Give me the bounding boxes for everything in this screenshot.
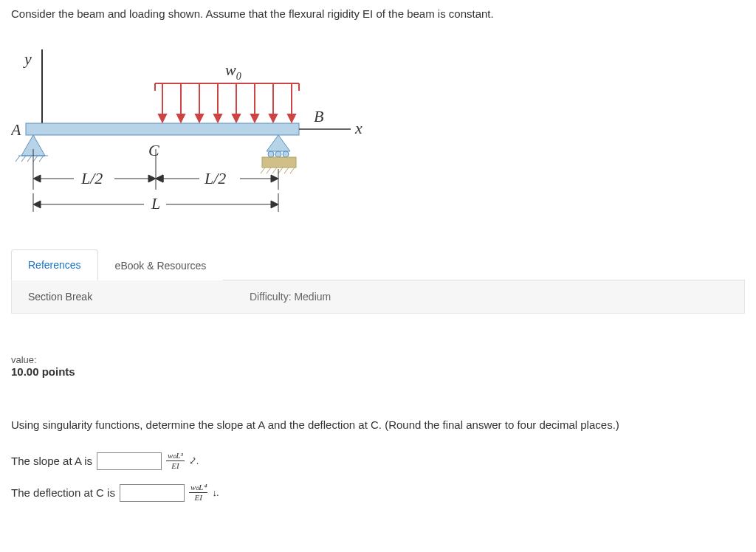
point-B-label: B <box>314 107 323 125</box>
svg-marker-29 <box>267 135 290 151</box>
svg-line-38 <box>284 168 289 173</box>
svg-marker-9 <box>177 114 185 122</box>
problem-statement: Consider the beam and loading shown. Ass… <box>11 7 745 20</box>
svg-rect-33 <box>262 157 296 168</box>
svg-line-36 <box>272 168 277 173</box>
dim-L: L <box>151 194 160 213</box>
difficulty-label: Difficulty: Medium <box>250 291 331 303</box>
deflection-prefix: The deflection at C is <box>11 486 115 499</box>
svg-line-27 <box>33 156 38 162</box>
svg-line-39 <box>290 168 295 173</box>
tabs-row: References eBook & Resources <box>11 249 745 280</box>
question-text: Using singularity functions, determine t… <box>11 418 745 431</box>
section-break-row: Section Break Difficulty: Medium <box>11 280 745 314</box>
value-points: 10.00 points <box>11 365 745 378</box>
svg-line-35 <box>267 168 271 173</box>
tab-references[interactable]: References <box>11 249 98 280</box>
dim-L2-left: L/2 <box>80 169 103 187</box>
svg-marker-19 <box>269 114 277 122</box>
svg-marker-17 <box>251 114 258 122</box>
point-C-label: C <box>148 141 159 159</box>
svg-point-32 <box>283 151 289 157</box>
svg-line-34 <box>261 168 265 173</box>
beam-figure: y x w0 A B <box>11 35 365 227</box>
svg-marker-11 <box>196 114 203 122</box>
svg-marker-57 <box>271 201 278 208</box>
slope-input[interactable] <box>97 452 162 470</box>
value-label: value: <box>11 354 745 365</box>
svg-point-30 <box>268 151 274 157</box>
deflection-direction-icon: ↓. <box>212 487 218 498</box>
slope-unit-fraction: w₀L³ EI <box>166 452 185 470</box>
svg-line-24 <box>16 156 20 162</box>
svg-marker-51 <box>271 175 278 182</box>
slope-prefix: The slope at A is <box>11 455 92 467</box>
svg-marker-13 <box>214 114 221 122</box>
svg-marker-7 <box>159 114 166 122</box>
w0-label: w0 <box>225 61 241 82</box>
svg-marker-55 <box>33 201 41 208</box>
deflection-unit-fraction: w₀L⁴ EI <box>189 483 207 502</box>
svg-marker-49 <box>156 175 163 182</box>
svg-rect-1 <box>26 123 299 135</box>
slope-answer-line: The slope at A is w₀L³ EI ⤦. <box>11 452 745 470</box>
svg-point-31 <box>275 151 281 157</box>
value-block: value: 10.00 points <box>11 354 745 378</box>
svg-line-26 <box>27 156 32 162</box>
dim-L2-right: L/2 <box>204 169 226 187</box>
point-A-label: A <box>11 120 21 139</box>
svg-line-25 <box>21 156 26 162</box>
svg-marker-15 <box>233 114 240 122</box>
svg-line-37 <box>278 168 283 173</box>
y-axis-label: y <box>23 49 32 68</box>
slope-direction-icon: ⤦. <box>189 455 199 466</box>
section-break-label: Section Break <box>28 291 250 303</box>
deflection-answer-line: The deflection at C is w₀L⁴ EI ↓. <box>11 483 745 502</box>
svg-line-28 <box>39 156 44 162</box>
svg-marker-21 <box>288 114 295 122</box>
svg-marker-44 <box>33 175 41 182</box>
deflection-input[interactable] <box>120 484 185 502</box>
x-axis-label: x <box>354 119 362 137</box>
tab-ebook[interactable]: eBook & Resources <box>98 250 224 280</box>
svg-marker-46 <box>148 175 156 182</box>
